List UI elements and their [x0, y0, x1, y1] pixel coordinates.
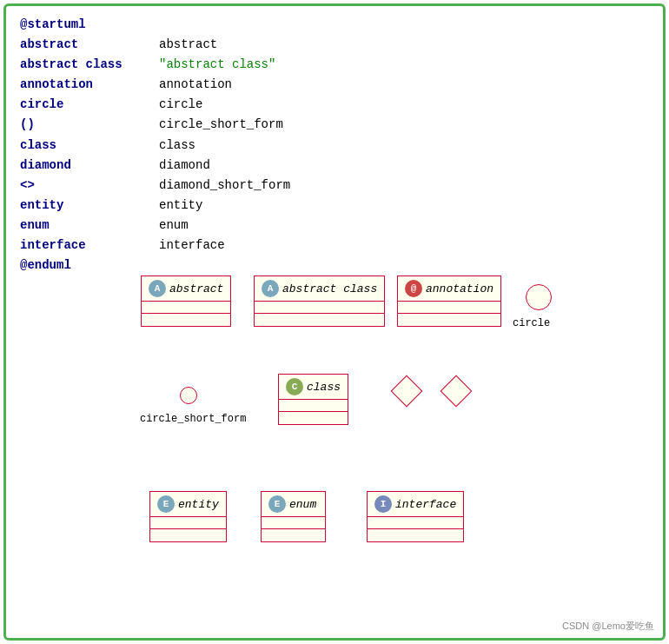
- code-line-8: diamond diamond: [20, 156, 649, 176]
- keyword-startuml: @startuml: [20, 15, 159, 35]
- uml-box-entity: E entity: [149, 491, 227, 542]
- uml-box-abstract-class: A abstract class: [254, 276, 385, 327]
- uml-box-interface-header: I interface: [368, 492, 463, 517]
- value-annotation: annotation: [159, 75, 232, 95]
- uml-box-entity-header: E entity: [150, 492, 226, 517]
- class-body1: [279, 400, 348, 412]
- value-enum: enum: [159, 216, 189, 236]
- uml-box-class: C class: [278, 374, 348, 425]
- abstract-class-body1: [255, 302, 384, 314]
- circle-small: [180, 387, 197, 404]
- interface-label: interface: [395, 498, 456, 511]
- abstract-body1: [142, 302, 230, 314]
- annotation-body1: [398, 302, 500, 314]
- annotation-icon: @: [405, 280, 422, 297]
- value-abstract: abstract: [159, 35, 217, 55]
- uml-box-annotation: @ annotation: [397, 276, 501, 327]
- interface-body2: [368, 529, 463, 541]
- abstract-class-body2: [255, 314, 384, 326]
- uml-box-interface: I interface: [367, 491, 464, 542]
- code-line-13: @enduml: [20, 256, 649, 276]
- keyword-enum: enum: [20, 216, 159, 236]
- circle-short-form-label: circle_short_form: [140, 413, 246, 425]
- uml-box-annotation-header: @ annotation: [398, 276, 500, 302]
- circle-label: circle: [513, 317, 550, 329]
- value-interface: interface: [159, 236, 225, 256]
- enum-body1: [262, 517, 325, 529]
- keyword-circle-short: (): [20, 115, 159, 135]
- diagram-section: A abstract A abstract class @ annotation: [6, 276, 663, 641]
- value-class: class: [159, 136, 195, 156]
- abstract-class-icon: A: [262, 280, 279, 297]
- abstract-label: abstract: [169, 282, 223, 295]
- code-line-5: circle circle: [20, 95, 649, 115]
- abstract-class-label: abstract class: [282, 282, 377, 295]
- code-line-3: abstract class "abstract class": [20, 55, 649, 75]
- keyword-class: class: [20, 136, 159, 156]
- keyword-interface: interface: [20, 236, 159, 256]
- code-line-1: @startuml: [20, 15, 649, 35]
- keyword-annotation: annotation: [20, 75, 159, 95]
- keyword-diamond: diamond: [20, 156, 159, 176]
- keyword-diamond-short: <>: [20, 176, 159, 196]
- value-diamond-short: diamond_short_form: [159, 176, 290, 196]
- entity-body2: [150, 529, 226, 541]
- abstract-icon: A: [149, 280, 166, 297]
- abstract-body2: [142, 314, 230, 326]
- uml-box-class-header: C class: [279, 375, 348, 400]
- circle-big: [526, 284, 552, 310]
- keyword-entity: entity: [20, 196, 159, 216]
- interface-body1: [368, 517, 463, 529]
- value-diamond: diamond: [159, 156, 210, 176]
- value-abstract-class: "abstract class": [159, 55, 275, 75]
- diamond-1: [391, 375, 423, 408]
- class-label: class: [307, 381, 341, 394]
- entity-label: entity: [178, 498, 219, 511]
- code-line-9: <> diamond_short_form: [20, 176, 649, 196]
- annotation-body2: [398, 314, 500, 326]
- enum-body2: [262, 529, 325, 541]
- enum-icon: E: [268, 495, 286, 513]
- diamond-2: [440, 375, 473, 408]
- keyword-abstract: abstract: [20, 35, 159, 55]
- annotation-label: annotation: [426, 282, 493, 295]
- value-entity: entity: [159, 196, 202, 216]
- code-line-11: enum enum: [20, 216, 649, 236]
- value-circle: circle: [159, 95, 202, 115]
- code-line-2: abstract abstract: [20, 35, 649, 55]
- watermark: CSDN @Lemo爱吃鱼: [562, 620, 654, 633]
- entity-icon: E: [157, 495, 175, 513]
- uml-box-enum: E enum: [261, 491, 326, 542]
- value-circle-short: circle_short_form: [159, 115, 283, 135]
- code-line-12: interface interface: [20, 236, 649, 256]
- code-line-4: annotation annotation: [20, 75, 649, 95]
- main-container: @startuml abstract abstract abstract cla…: [3, 3, 666, 641]
- interface-icon: I: [374, 495, 392, 513]
- uml-box-abstract: A abstract: [141, 276, 231, 327]
- class-body2: [279, 412, 348, 424]
- code-line-6: () circle_short_form: [20, 115, 649, 135]
- enum-label: enum: [289, 498, 316, 511]
- class-icon: C: [286, 378, 303, 395]
- entity-body1: [150, 517, 226, 529]
- uml-box-abstract-class-header: A abstract class: [255, 276, 384, 302]
- uml-box-enum-header: E enum: [262, 492, 325, 517]
- keyword-abstract-class: abstract class: [20, 55, 159, 75]
- keyword-enduml: @enduml: [20, 256, 159, 276]
- uml-box-abstract-header: A abstract: [142, 276, 230, 302]
- code-line-10: entity entity: [20, 196, 649, 216]
- code-line-7: class class: [20, 136, 649, 156]
- code-section: @startuml abstract abstract abstract cla…: [6, 6, 663, 284]
- keyword-circle: circle: [20, 95, 159, 115]
